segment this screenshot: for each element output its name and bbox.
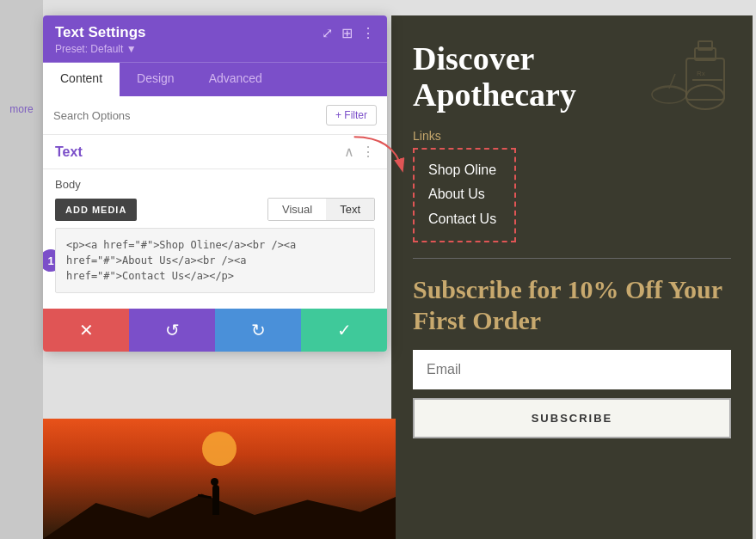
- svg-point-0: [686, 85, 724, 109]
- left-strip: more: [0, 0, 43, 539]
- cancel-icon: ✕: [79, 320, 94, 340]
- subscribe-button[interactable]: SUBSCRIBE: [413, 398, 731, 438]
- more-options-icon[interactable]: ⋮: [361, 25, 375, 41]
- panel-header: Text Settings ⤢ ⊞ ⋮ Preset: Default ▼: [43, 15, 387, 62]
- subscribe-title: Subscribe for 10% Off Your First Order: [413, 274, 731, 336]
- link-shop[interactable]: Shop Oline: [428, 158, 501, 183]
- media-tabs-row: ADD MEDIA Visual Text: [55, 198, 375, 221]
- save-button[interactable]: ✓: [301, 309, 387, 352]
- panel-header-icons: ⤢ ⊞ ⋮: [322, 25, 375, 41]
- text-section-header: Text ∧ ⋮: [43, 135, 387, 169]
- grid-icon[interactable]: ⊞: [341, 25, 353, 41]
- body-label: Body: [55, 178, 375, 191]
- section-more-icon[interactable]: ⋮: [361, 144, 375, 160]
- link-contact[interactable]: Contact Us: [428, 207, 501, 232]
- text-section-icons: ∧ ⋮: [344, 144, 375, 160]
- add-media-button[interactable]: ADD MEDIA: [55, 199, 137, 221]
- bottle-illustration: Rx: [645, 33, 740, 114]
- text-section-title: Text: [55, 144, 83, 160]
- landscape-image: [43, 419, 396, 539]
- save-icon: ✓: [337, 320, 352, 340]
- redo-icon: ↻: [251, 320, 266, 340]
- tab-advanced[interactable]: Advanced: [192, 63, 280, 96]
- links-label: Links: [413, 129, 731, 143]
- link-about[interactable]: About Us: [428, 182, 501, 207]
- collapse-icon[interactable]: ∧: [344, 144, 354, 160]
- redo-button[interactable]: ↻: [215, 309, 301, 352]
- panel-title: Text Settings: [55, 24, 145, 41]
- cancel-button[interactable]: ✕: [43, 309, 129, 352]
- tab-visual[interactable]: Visual: [268, 199, 326, 220]
- links-box: Shop Oline About Us Contact Us: [413, 148, 516, 242]
- code-area-wrapper: 1 <p><a href="#">Shop Oline</a><br /><a …: [55, 228, 375, 293]
- settings-panel: Text Settings ⤢ ⊞ ⋮ Preset: Default ▼ Co…: [43, 15, 387, 352]
- svg-text:Rx: Rx: [697, 70, 705, 77]
- website-preview: Rx Discover Apothecary Links Shop Oline …: [391, 15, 753, 539]
- visual-text-tabs: Visual Text: [267, 198, 375, 221]
- undo-button[interactable]: ↺: [129, 309, 215, 352]
- body-section: Body ADD MEDIA Visual Text 1 <p><a href=…: [43, 169, 387, 309]
- undo-icon: ↺: [165, 320, 180, 340]
- tab-content[interactable]: Content: [43, 63, 120, 96]
- code-area[interactable]: <p><a href="#">Shop Oline</a><br /><a hr…: [55, 228, 375, 293]
- panel-tabs: Content Design Advanced: [43, 62, 387, 96]
- more-link[interactable]: more: [9, 103, 33, 115]
- tab-design[interactable]: Design: [120, 63, 192, 96]
- email-input[interactable]: [413, 350, 731, 389]
- section-divider: [413, 258, 731, 259]
- filter-button[interactable]: + Filter: [326, 105, 377, 126]
- expand-icon[interactable]: ⤢: [322, 25, 333, 41]
- bottom-toolbar: ✕ ↺ ↻ ✓: [43, 309, 387, 352]
- tab-text[interactable]: Text: [326, 199, 374, 220]
- search-input[interactable]: [53, 109, 319, 122]
- links-section: Links Shop Oline About Us Contact Us: [413, 129, 731, 242]
- panel-title-row: Text Settings ⤢ ⊞ ⋮: [55, 24, 375, 41]
- search-bar: + Filter: [43, 96, 387, 135]
- panel-preset[interactable]: Preset: Default ▼: [55, 43, 375, 55]
